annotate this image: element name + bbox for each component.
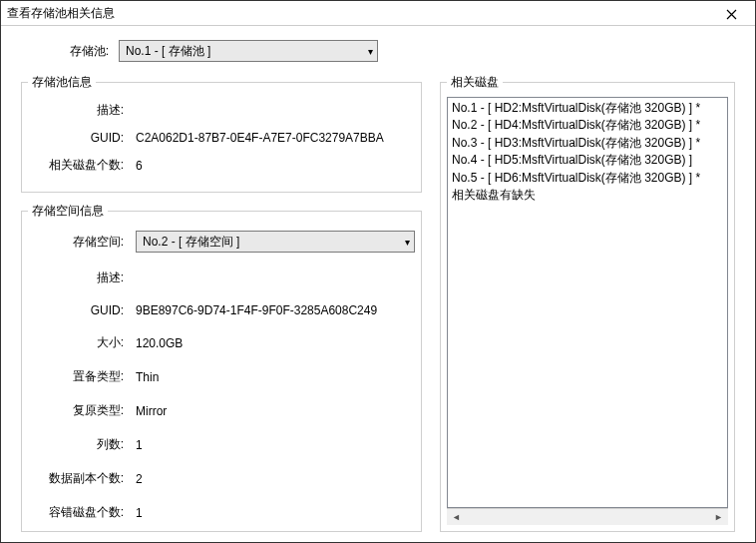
space-info-group: 存储空间信息 存储空间: No.2 - [ 存储空间 ] ▾ 描述:: [21, 203, 422, 532]
pool-desc-label: 描述:: [28, 102, 136, 119]
space-size-value: 120.0GB: [136, 336, 415, 350]
pool-diskcount-row: 相关磁盘个数: 6: [28, 157, 415, 174]
space-columns-row: 列数: 1: [28, 436, 415, 453]
dialog-body: 存储池: No.1 - [ 存储池 ] ▾ 存储池信息 描述: GUID: C2…: [1, 26, 755, 542]
space-selector-label: 存储空间:: [28, 234, 136, 251]
pool-guid-label: GUID:: [28, 131, 136, 145]
titlebar: 查看存储池相关信息: [1, 1, 755, 26]
pool-selector-label: 存储池:: [25, 43, 119, 60]
space-columns-label: 列数:: [28, 436, 136, 453]
space-tolerance-label: 容错磁盘个数:: [28, 504, 136, 521]
close-icon: [726, 7, 737, 23]
space-desc-label: 描述:: [28, 270, 136, 286]
space-desc-row: 描述:: [28, 270, 415, 286]
space-copies-value: 2: [136, 472, 415, 486]
left-column: 存储池信息 描述: GUID: C2A062D1-87B7-0E4F-A7E7-…: [21, 74, 422, 532]
space-selector-row: 存储空间: No.2 - [ 存储空间 ] ▾: [28, 231, 415, 253]
disks-legend: 相关磁盘: [447, 74, 503, 91]
pool-desc-row: 描述:: [28, 102, 415, 119]
pool-info-group: 存储池信息 描述: GUID: C2A062D1-87B7-0E4F-A7E7-…: [21, 74, 422, 193]
space-provision-row: 置备类型: Thin: [28, 368, 415, 385]
space-resiliency-value: Mirror: [136, 404, 415, 418]
list-item[interactable]: No.5 - [ HD6:MsftVirtualDisk(存储池 320GB) …: [452, 170, 723, 187]
space-provision-label: 置备类型:: [28, 368, 136, 385]
chevron-down-icon: ▾: [405, 237, 410, 248]
pool-combo-value: No.1 - [ 存储池 ]: [126, 43, 210, 60]
disks-group: 相关磁盘 No.1 - [ HD2:MsftVirtualDisk(存储池 32…: [440, 74, 735, 532]
space-combo-value: No.2 - [ 存储空间 ]: [143, 234, 239, 251]
close-button[interactable]: [711, 1, 751, 28]
space-combo[interactable]: No.2 - [ 存储空间 ] ▾: [136, 231, 415, 253]
space-columns-value: 1: [136, 438, 415, 452]
space-guid-label: GUID:: [28, 303, 136, 317]
scroll-right-arrow-icon[interactable]: ►: [711, 511, 726, 524]
space-guid-row: GUID: 9BE897C6-9D74-1F4F-9F0F-3285A608C2…: [28, 303, 415, 317]
list-item[interactable]: No.3 - [ HD3:MsftVirtualDisk(存储池 320GB) …: [452, 135, 723, 152]
space-resiliency-row: 复原类型: Mirror: [28, 402, 415, 419]
list-item[interactable]: No.4 - [ HD5:MsftVirtualDisk(存储池 320GB) …: [452, 152, 723, 169]
scroll-left-arrow-icon[interactable]: ◄: [449, 511, 464, 524]
list-item[interactable]: No.1 - [ HD2:MsftVirtualDisk(存储池 320GB) …: [452, 100, 723, 117]
pool-selector-row: 存储池: No.1 - [ 存储池 ] ▾: [21, 40, 735, 62]
space-copies-row: 数据副本个数: 2: [28, 470, 415, 487]
space-resiliency-label: 复原类型:: [28, 402, 136, 419]
space-tolerance-value: 1: [136, 506, 415, 520]
space-tolerance-row: 容错磁盘个数: 1: [28, 504, 415, 521]
window-title: 查看存储池相关信息: [7, 5, 115, 22]
pool-combo[interactable]: No.1 - [ 存储池 ] ▾: [119, 40, 378, 62]
chevron-down-icon: ▾: [368, 46, 373, 57]
right-column: 相关磁盘 No.1 - [ HD2:MsftVirtualDisk(存储池 32…: [440, 74, 735, 532]
pool-guid-row: GUID: C2A062D1-87B7-0E4F-A7E7-0FC3279A7B…: [28, 131, 415, 145]
content-columns: 存储池信息 描述: GUID: C2A062D1-87B7-0E4F-A7E7-…: [21, 74, 735, 532]
space-size-row: 大小: 120.0GB: [28, 334, 415, 351]
space-provision-value: Thin: [136, 370, 415, 384]
space-size-label: 大小:: [28, 334, 136, 351]
list-item[interactable]: No.2 - [ HD4:MsftVirtualDisk(存储池 320GB) …: [452, 117, 723, 134]
horizontal-scrollbar[interactable]: ◄ ►: [447, 508, 728, 525]
pool-info-legend: 存储池信息: [28, 74, 96, 91]
disks-listbox[interactable]: No.1 - [ HD2:MsftVirtualDisk(存储池 320GB) …: [447, 97, 728, 508]
dialog-window: 查看存储池相关信息 存储池: No.1 - [ 存储池 ] ▾ 存储池信息 描述…: [0, 0, 756, 543]
disks-footer-note: 相关磁盘有缺失: [452, 187, 723, 204]
space-copies-label: 数据副本个数:: [28, 470, 136, 487]
pool-diskcount-value: 6: [136, 159, 415, 173]
space-info-legend: 存储空间信息: [28, 203, 108, 220]
pool-diskcount-label: 相关磁盘个数:: [28, 157, 136, 174]
pool-guid-value: C2A062D1-87B7-0E4F-A7E7-0FC3279A7BBA: [136, 131, 415, 145]
space-guid-value: 9BE897C6-9D74-1F4F-9F0F-3285A608C249: [136, 303, 415, 317]
